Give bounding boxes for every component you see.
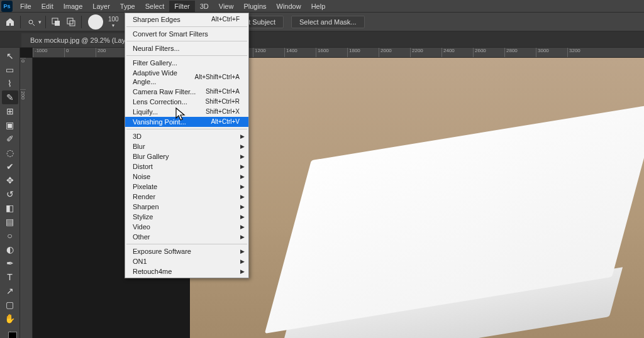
menu-separator: [126, 129, 247, 129]
menuitem-shortcut: Alt+Ctrl+V: [211, 117, 240, 126]
submenu-arrow-icon: ▶: [240, 212, 245, 221]
toolbar: ↖▭⌇✎⊞▣✐◌✔✥↺◧▤○◐✒T↗▢✋⌕: [0, 48, 20, 338]
menu-view[interactable]: View: [214, 1, 239, 12]
pen-tool[interactable]: ✒: [2, 256, 18, 270]
menuitem-label: Noise: [133, 172, 150, 181]
submenu-arrow-icon: ▶: [240, 232, 245, 241]
menuitem-render[interactable]: Render▶: [125, 192, 248, 202]
menuitem-label: Render: [133, 192, 155, 201]
menuitem-neural-filters[interactable]: Neural Filters...: [125, 43, 248, 53]
menuitem-blur[interactable]: Blur▶: [125, 141, 248, 151]
box-mockup-graphic: [260, 124, 644, 338]
menuitem-label: Vanishing Point...: [133, 117, 186, 126]
menuitem-video[interactable]: Video▶: [125, 222, 248, 232]
menu-image[interactable]: Image: [58, 1, 88, 12]
healing-tool[interactable]: ◌: [2, 146, 18, 160]
quick-select-tool[interactable]: ✎: [2, 90, 18, 104]
menuitem-label: ON1: [133, 257, 147, 266]
dodge-tool[interactable]: ◐: [2, 243, 18, 256]
lasso-tool[interactable]: ⌇: [2, 77, 18, 90]
menuitem-vanishing-point[interactable]: Vanishing Point...Alt+Ctrl+V: [125, 117, 248, 127]
menuitem-filter-gallery[interactable]: Filter Gallery...: [125, 58, 248, 68]
filter-menu-dropdown: Sharpen EdgesAlt+Ctrl+FConvert for Smart…: [125, 13, 249, 278]
svg-point-0: [29, 20, 33, 24]
menu-file[interactable]: File: [15, 1, 36, 12]
menuitem-label: Camera Raw Filter...: [133, 87, 196, 96]
menuitem-stylize[interactable]: Stylize▶: [125, 212, 248, 222]
menuitem-shortcut: Alt+Shift+Ctrl+A: [195, 73, 240, 82]
menu-3d[interactable]: 3D: [195, 1, 214, 12]
menuitem-label: Filter Gallery...: [133, 58, 177, 67]
background-color-swatch[interactable]: [8, 332, 17, 338]
menuitem-label: Sharpen: [133, 202, 159, 211]
menuitem-label: Pixelate: [133, 182, 157, 191]
brush-preview-icon[interactable]: [88, 14, 103, 30]
menuitem-distort[interactable]: Distort▶: [125, 161, 248, 172]
menuitem-camera-raw-filter[interactable]: Camera Raw Filter...Shift+Ctrl+A: [125, 87, 248, 97]
add-selection-icon[interactable]: [50, 16, 62, 28]
menu-separator: [126, 41, 247, 41]
canvas-area[interactable]: -100002004006008001000120014001600180020…: [20, 48, 644, 338]
hand-tool[interactable]: ✋: [2, 312, 18, 325]
submenu-arrow-icon: ▶: [240, 222, 245, 231]
menuitem-retouch4me[interactable]: Retouch4me▶: [125, 266, 248, 276]
menuitem-on1[interactable]: ON1▶: [125, 256, 248, 266]
menu-window[interactable]: Window: [272, 1, 306, 12]
menuitem-shortcut: Alt+Ctrl+F: [211, 15, 240, 24]
menuitem-pixelate[interactable]: Pixelate▶: [125, 182, 248, 192]
eraser-tool[interactable]: ◧: [2, 201, 18, 215]
menuitem-blur-gallery[interactable]: Blur Gallery▶: [125, 151, 248, 161]
select-and-mask-button[interactable]: Select and Mask...: [291, 16, 365, 28]
menu-select[interactable]: Select: [140, 1, 170, 12]
menu-plugins[interactable]: Plugins: [238, 1, 271, 12]
subtract-selection-icon[interactable]: [65, 16, 77, 28]
menu-edit[interactable]: Edit: [36, 1, 58, 12]
submenu-arrow-icon: ▶: [240, 247, 245, 256]
menuitem-label: Liquify...: [133, 107, 158, 116]
submenu-arrow-icon: ▶: [240, 257, 245, 266]
ps-logo: Ps: [1, 1, 13, 12]
menu-help[interactable]: Help: [306, 1, 331, 12]
menuitem-label: Video: [133, 222, 150, 231]
menuitem-convert-for-smart-filters[interactable]: Convert for Smart Filters: [125, 29, 248, 39]
menuitem-3d[interactable]: 3D▶: [125, 131, 248, 141]
menu-filter[interactable]: Filter: [169, 1, 194, 12]
marquee-tool[interactable]: ▭: [2, 63, 18, 77]
menuitem-sharpen-edges[interactable]: Sharpen EdgesAlt+Ctrl+F: [125, 14, 248, 25]
type-tool[interactable]: T: [2, 270, 18, 284]
clone-tool[interactable]: ✥: [2, 173, 18, 187]
brush-tool[interactable]: ✔: [2, 160, 18, 173]
ruler-vertical: 0200: [20, 58, 33, 338]
rectangle-tool[interactable]: ▢: [2, 298, 18, 312]
menuitem-liquify[interactable]: Liquify...Shift+Ctrl+X: [125, 107, 248, 117]
menubar: Ps FileEditImageLayerTypeSelectFilter3DV…: [0, 0, 644, 13]
menuitem-label: 3D: [133, 132, 142, 141]
menuitem-label: Stylize: [133, 212, 153, 221]
history-brush-tool[interactable]: ↺: [2, 187, 18, 201]
options-bar: ▾ 100 ▾ Select Subject Select and Mask..…: [0, 13, 644, 31]
path-select-tool[interactable]: ↗: [2, 284, 18, 298]
gradient-tool[interactable]: ▤: [2, 215, 18, 229]
menu-type[interactable]: Type: [115, 1, 140, 12]
menuitem-label: Retouch4me: [133, 267, 172, 276]
home-icon[interactable]: [4, 16, 16, 28]
eyedropper-tool[interactable]: ✐: [2, 132, 18, 146]
menuitem-adaptive-wide-angle[interactable]: Adaptive Wide Angle...Alt+Shift+Ctrl+A: [125, 68, 248, 87]
menuitem-label: Distort: [133, 162, 153, 171]
crop-tool[interactable]: ⊞: [2, 104, 18, 118]
menu-separator: [126, 26, 247, 27]
menu-layer[interactable]: Layer: [87, 1, 115, 12]
quick-select-mode-icon[interactable]: [25, 16, 37, 28]
menuitem-other[interactable]: Other▶: [125, 232, 248, 242]
menuitem-sharpen[interactable]: Sharpen▶: [125, 202, 248, 212]
document-tabbar: Box mockup.jpg @ 29.2% (Layer 1, RGB ×: [0, 31, 644, 48]
menuitem-noise[interactable]: Noise▶: [125, 172, 248, 182]
menuitem-exposure-software[interactable]: Exposure Software▶: [125, 246, 248, 256]
menuitem-shortcut: Shift+Ctrl+A: [206, 87, 240, 96]
blur-tool[interactable]: ○: [2, 229, 18, 243]
submenu-arrow-icon: ▶: [240, 132, 245, 141]
menuitem-lens-correction[interactable]: Lens Correction...Shift+Ctrl+R: [125, 97, 248, 107]
frame-tool[interactable]: ▣: [2, 118, 18, 132]
move-tool[interactable]: ↖: [2, 49, 18, 63]
submenu-arrow-icon: ▶: [240, 172, 245, 181]
